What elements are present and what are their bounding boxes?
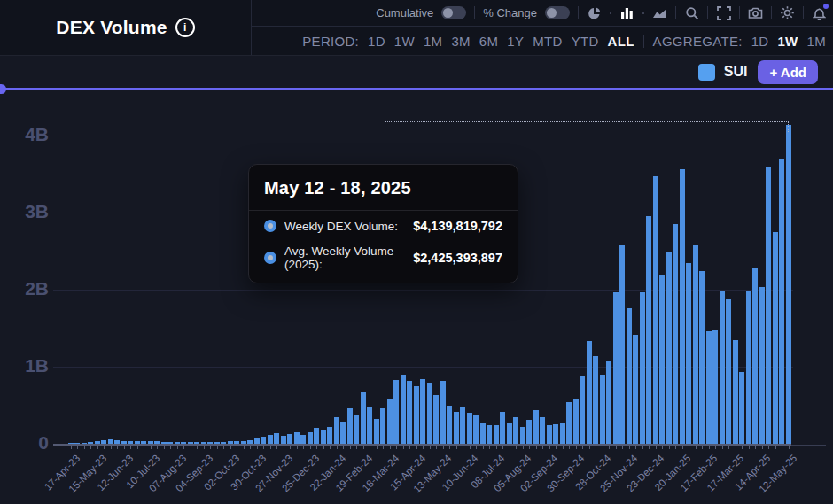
bar[interactable] bbox=[308, 432, 313, 444]
bar[interactable] bbox=[380, 408, 385, 444]
bar[interactable] bbox=[440, 381, 446, 444]
bar[interactable] bbox=[739, 372, 744, 444]
bar[interactable] bbox=[540, 417, 545, 444]
bar[interactable] bbox=[401, 375, 406, 444]
aggregate-option-1w[interactable]: 1W bbox=[777, 34, 798, 49]
bar[interactable] bbox=[121, 441, 127, 445]
period-option-6m[interactable]: 6M bbox=[479, 34, 498, 49]
bar[interactable] bbox=[600, 375, 605, 444]
bar[interactable] bbox=[487, 425, 492, 444]
bar[interactable] bbox=[135, 441, 140, 444]
bar[interactable] bbox=[141, 441, 146, 444]
period-option-ytd[interactable]: YTD bbox=[572, 34, 599, 49]
bar[interactable] bbox=[241, 441, 246, 445]
bar[interactable] bbox=[281, 436, 286, 444]
bar[interactable] bbox=[95, 441, 100, 444]
bar[interactable] bbox=[300, 435, 306, 444]
bar[interactable] bbox=[354, 415, 359, 444]
bar[interactable] bbox=[640, 292, 645, 444]
bar[interactable] bbox=[274, 433, 279, 444]
add-series-button[interactable]: + Add bbox=[758, 60, 818, 84]
bar[interactable] bbox=[454, 412, 459, 444]
bar[interactable] bbox=[321, 430, 326, 444]
bar[interactable] bbox=[207, 442, 213, 444]
bar[interactable] bbox=[387, 399, 393, 445]
bar[interactable] bbox=[427, 383, 432, 444]
bar[interactable] bbox=[128, 441, 133, 445]
bar[interactable] bbox=[752, 268, 758, 444]
bar[interactable] bbox=[686, 263, 691, 445]
bar[interactable] bbox=[494, 425, 499, 444]
bar[interactable] bbox=[247, 440, 253, 444]
bar[interactable] bbox=[433, 395, 439, 444]
bar[interactable] bbox=[161, 442, 167, 444]
bar-chart-icon[interactable] bbox=[619, 5, 634, 20]
area-chart-icon[interactable] bbox=[652, 5, 667, 20]
bar[interactable] bbox=[367, 407, 372, 444]
period-option-mtd[interactable]: MTD bbox=[533, 34, 562, 49]
bar[interactable] bbox=[268, 435, 273, 444]
bar[interactable] bbox=[633, 335, 638, 444]
bar[interactable] bbox=[74, 443, 80, 444]
period-option-1d[interactable]: 1D bbox=[368, 34, 385, 49]
bar[interactable] bbox=[746, 291, 751, 444]
bar[interactable] bbox=[699, 271, 705, 444]
bar[interactable] bbox=[407, 381, 412, 444]
bar[interactable] bbox=[154, 441, 160, 444]
bar[interactable] bbox=[82, 443, 87, 444]
bar[interactable] bbox=[712, 330, 718, 444]
bar[interactable] bbox=[706, 331, 712, 444]
bar[interactable] bbox=[314, 428, 319, 444]
bar[interactable] bbox=[201, 442, 206, 444]
bar[interactable] bbox=[547, 425, 552, 444]
bar[interactable] bbox=[773, 232, 778, 444]
bar[interactable] bbox=[619, 245, 625, 444]
bar[interactable] bbox=[327, 427, 332, 444]
bar[interactable] bbox=[507, 423, 512, 445]
bar[interactable] bbox=[673, 224, 678, 444]
bar[interactable] bbox=[473, 415, 479, 444]
aggregate-option-1d[interactable]: 1D bbox=[751, 34, 769, 49]
bar[interactable] bbox=[613, 292, 619, 444]
pie-chart-icon[interactable] bbox=[587, 5, 602, 20]
bar[interactable] bbox=[627, 308, 632, 444]
bar[interactable] bbox=[646, 216, 651, 444]
bar-highlighted[interactable] bbox=[786, 125, 791, 444]
bar[interactable] bbox=[759, 287, 765, 445]
notifications-bell-icon[interactable] bbox=[812, 5, 827, 20]
settings-gear-icon[interactable] bbox=[780, 5, 795, 20]
bar[interactable] bbox=[228, 441, 233, 444]
aggregate-option-1m[interactable]: 1M bbox=[807, 34, 826, 49]
bar[interactable] bbox=[580, 376, 585, 444]
bar[interactable] bbox=[261, 437, 266, 444]
bar[interactable] bbox=[393, 380, 399, 444]
bar[interactable] bbox=[566, 402, 572, 444]
bar[interactable] bbox=[779, 159, 784, 444]
bar[interactable] bbox=[294, 432, 300, 444]
bar[interactable] bbox=[553, 424, 558, 444]
bar[interactable] bbox=[181, 442, 186, 444]
period-option-1m[interactable]: 1M bbox=[424, 34, 442, 49]
bar[interactable] bbox=[175, 442, 180, 444]
bar[interactable] bbox=[334, 417, 339, 444]
legend-item-sui[interactable]: SUI bbox=[698, 64, 748, 81]
info-icon[interactable]: i bbox=[175, 18, 195, 37]
bar[interactable] bbox=[726, 299, 731, 444]
bar[interactable] bbox=[659, 275, 665, 444]
bar[interactable] bbox=[720, 291, 725, 444]
bar[interactable] bbox=[460, 407, 465, 444]
bar[interactable] bbox=[526, 420, 532, 444]
bar[interactable] bbox=[167, 442, 173, 444]
bar[interactable] bbox=[593, 356, 598, 444]
bar[interactable] bbox=[414, 386, 419, 444]
bar[interactable] bbox=[480, 423, 486, 445]
bar[interactable] bbox=[214, 442, 220, 444]
bar[interactable] bbox=[374, 419, 379, 444]
bar[interactable] bbox=[606, 361, 611, 444]
bar[interactable] bbox=[573, 399, 579, 444]
bar[interactable] bbox=[68, 443, 74, 444]
bar[interactable] bbox=[520, 427, 525, 444]
bar[interactable] bbox=[88, 442, 93, 444]
bar[interactable] bbox=[188, 442, 193, 444]
bar[interactable] bbox=[766, 167, 771, 444]
